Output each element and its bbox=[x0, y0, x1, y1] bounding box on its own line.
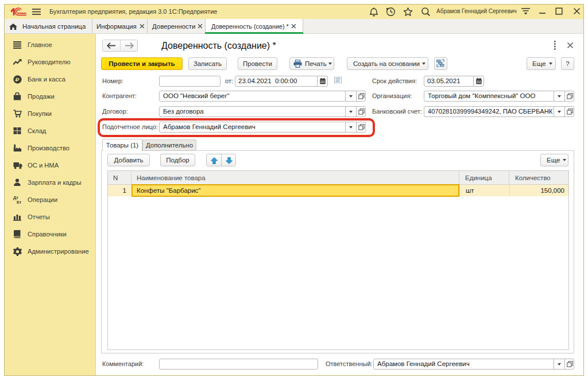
svg-text:P: P bbox=[16, 76, 20, 83]
